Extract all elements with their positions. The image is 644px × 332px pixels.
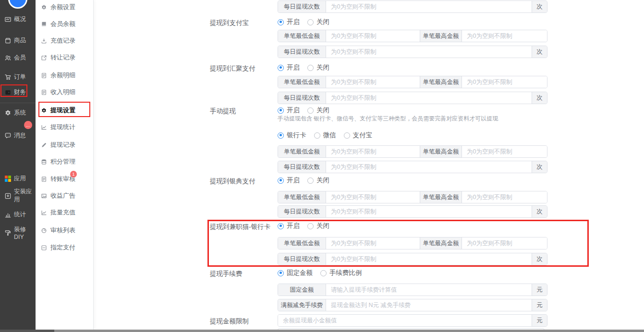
yindian-min-input[interactable] [326, 191, 420, 203]
withdraw-limit-input[interactable] [278, 315, 532, 326]
balance-detail-doc-icon [41, 72, 47, 79]
finance-wallet-icon [4, 89, 12, 96]
submenu-item-label: 批量充值 [50, 208, 75, 217]
radio-selected-icon [278, 178, 284, 184]
unit-yuan-append: 元 [532, 284, 547, 296]
submenu-item-label: 收入明细 [50, 88, 75, 96]
manual-min-max-row: 单笔最低金额 单笔最高金额 [278, 145, 547, 158]
radio-off[interactable]: 关闭 [307, 222, 329, 230]
radio-off[interactable]: 关闭 [307, 63, 329, 72]
overview-icon [4, 16, 12, 23]
alipay-min-input[interactable] [326, 30, 420, 42]
radio-on[interactable]: 开启 [278, 63, 300, 72]
withdraw-settings-page: 概况 商品 会员 订单 财务 系统 消息 … 应用 安装应用 统计 装修DIY [0, 0, 644, 332]
yindian-onoff-radios: 开启 关闭 [278, 176, 329, 185]
horizontal-scrollbar-thumb[interactable] [0, 330, 54, 332]
submenu-item-assigned-pay[interactable]: 指定支付 [36, 243, 94, 252]
input-prepend-label: 每日提现次数 [278, 46, 326, 58]
input-prepend-label: 单笔最高金额 [420, 237, 462, 249]
radio-unselected-icon [307, 223, 314, 229]
huiju-onoff-radios: 开启 关闭 [278, 63, 329, 72]
radio-on[interactable]: 开启 [278, 176, 300, 185]
sidebar-item-install-apps[interactable]: 安装应用 [0, 191, 36, 200]
submenu-item-label: 会员余额 [50, 20, 75, 28]
submenu-item-ad-revenue[interactable]: 收益广告 [36, 191, 94, 200]
sidebar-item-label: 消息 [14, 131, 26, 140]
radio-alipay-method[interactable]: 支付宝 [344, 131, 373, 140]
sidebar-item-members[interactable]: 会员 [0, 53, 36, 62]
install-apps-icon [4, 192, 12, 200]
goods-icon [4, 37, 12, 44]
sidebar-item-goods[interactable]: 商品 [0, 36, 36, 45]
input-prepend-label: 单笔最低金额 [278, 76, 326, 88]
sidebar-item-statistics[interactable]: 统计 [0, 210, 36, 219]
radio-on[interactable]: 开启 [278, 106, 300, 115]
sidebar-item-finance[interactable]: 财务 [0, 88, 36, 96]
input-prepend-label: 每日提现次数 [278, 92, 326, 104]
huiju-daily-input[interactable] [326, 92, 532, 104]
fee-fixed-amount-input[interactable] [326, 284, 532, 296]
submenu-item-transfer-audit[interactable]: 转账审核 [36, 175, 94, 183]
submenu-item-recharge-records[interactable]: 充值记录 [36, 36, 94, 45]
alipay-max-input[interactable] [462, 30, 547, 42]
app-logo-avatar[interactable] [8, 0, 27, 9]
sidebar-item-apps[interactable]: 应用 [0, 174, 36, 183]
huiju-max-input[interactable] [462, 76, 547, 88]
radio-selected-icon [278, 223, 284, 229]
submenu-item-label: 审核列表 [50, 226, 75, 235]
submenu-item-label: 积分管理 [50, 157, 75, 166]
submenu-item-withdraw-records[interactable]: 提现记录 [36, 141, 94, 149]
submenu-item-balance-settings[interactable]: 余额设置 [36, 3, 94, 12]
manual-max-input[interactable] [462, 146, 547, 157]
fee-waiver-input[interactable] [326, 299, 532, 311]
submenu-item-balance-detail[interactable]: 余额明细 [36, 71, 94, 80]
system-gear-icon [4, 109, 12, 117]
submenu-item-points-manage[interactable]: 积分管理 [36, 157, 94, 166]
radio-on[interactable]: 开启 [278, 18, 300, 26]
submenu-item-label: 充值记录 [50, 36, 75, 45]
radio-unselected-icon [307, 19, 314, 25]
submenu-item-withdraw-stats[interactable]: 提现统计 [36, 123, 94, 131]
submenu-item-income-detail[interactable]: 收入明细 [36, 88, 94, 96]
radio-off[interactable]: 关闭 [307, 176, 329, 185]
radio-fee-ratio[interactable]: 手续费比例 [320, 269, 362, 277]
manual-daily-input[interactable] [326, 161, 532, 173]
input-prepend-label: 每日提现次数 [278, 253, 326, 265]
alipay-daily-input[interactable] [326, 46, 532, 58]
submenu-item-audit-list[interactable]: 审核列表 [36, 226, 94, 235]
field-label-yindian: 提现到银典支付 [210, 177, 255, 186]
field-label-limit: 提现金额限制 [210, 317, 249, 326]
sidebar-item-orders[interactable]: 订单 [0, 72, 36, 81]
withdraw-limit-row: 元 [278, 314, 547, 327]
yindian-daily-input[interactable] [326, 206, 532, 217]
radio-fixed-amount[interactable]: 固定金额 [278, 269, 313, 277]
daily-count-input[interactable] [326, 1, 532, 12]
sidebar-item-system[interactable]: 系统 [0, 108, 36, 117]
jianzhimao-daily-input[interactable] [326, 253, 532, 265]
input-prepend-label: 单笔最高金额 [420, 191, 462, 203]
horizontal-scrollbar[interactable] [0, 330, 644, 332]
jianzhimao-daily-count-row: 每日提现次数 次 [278, 253, 547, 265]
submenu-item-batch-recharge[interactable]: 批量充值 [36, 208, 94, 217]
recharge-records-download-icon [41, 38, 47, 44]
radio-wechat[interactable]: 微信 [314, 131, 336, 140]
submenu-item-member-balance[interactable]: 会员余额 [36, 20, 94, 28]
jianzhimao-max-input[interactable] [462, 237, 547, 249]
radio-off[interactable]: 关闭 [307, 106, 329, 115]
radio-off[interactable]: 关闭 [307, 18, 329, 26]
yindian-max-input[interactable] [462, 191, 547, 203]
manual-min-input[interactable] [326, 146, 420, 157]
radio-on[interactable]: 开启 [278, 222, 300, 230]
jianzhimao-min-input[interactable] [326, 237, 420, 249]
submenu-item-withdraw-settings[interactable]: 提现设置 [36, 106, 94, 115]
radio-bank-card[interactable]: 银行卡 [278, 131, 306, 140]
sidebar-item-messages[interactable]: 消息 [0, 131, 36, 140]
sidebar-item-label: 安装应用 [14, 188, 36, 204]
radio-unselected-icon [320, 270, 327, 276]
unit-times-append: 次 [532, 206, 547, 217]
huiju-min-input[interactable] [326, 76, 420, 88]
sidebar-item-overview[interactable]: 概况 [0, 15, 36, 24]
submenu-item-transfer-records[interactable]: 转让记录 [36, 53, 94, 62]
messages-badge: … [24, 121, 32, 129]
sidebar-item-decorate-diy[interactable]: 装修DIY [0, 228, 36, 237]
